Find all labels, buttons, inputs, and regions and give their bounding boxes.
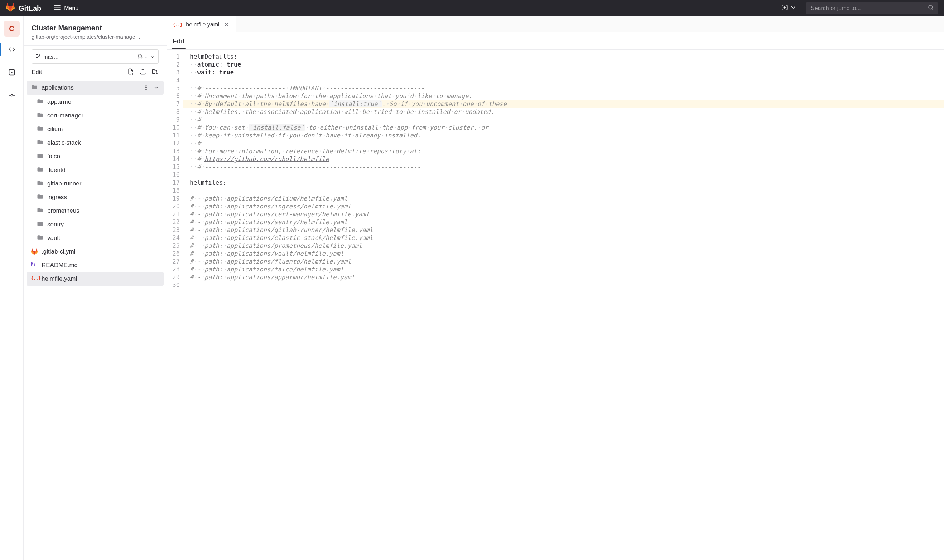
yaml-icon: {..} [31, 275, 38, 283]
code-editor[interactable]: 1234567891011121314151617181920212223242… [167, 49, 944, 560]
search-input[interactable] [810, 5, 924, 12]
tree-folder-ingress[interactable]: ingress [26, 191, 164, 204]
line-number: 3 [167, 68, 180, 76]
tree-item-label: falco [47, 153, 60, 160]
code-line[interactable]: ··#·----------------------·IMPORTANT·---… [183, 84, 944, 92]
folder-icon [37, 234, 44, 243]
tree-item-label: sentry [47, 221, 64, 228]
mode-edit-label: Edit [172, 38, 185, 45]
upload-file-icon[interactable] [139, 68, 146, 77]
folder-icon [37, 125, 44, 134]
line-number: 28 [167, 265, 180, 273]
svg-point-10 [141, 57, 142, 58]
sidebar-edit-heading-row: Edit [24, 66, 166, 80]
global-search[interactable] [806, 2, 938, 14]
plus-box-icon [781, 4, 788, 12]
folder-icon [31, 83, 38, 92]
tree-folder-elastic-stack[interactable]: elastic-stack [26, 136, 164, 150]
code-line[interactable] [183, 281, 944, 289]
line-number: 13 [167, 147, 180, 155]
tree-item-label: helmfile.yaml [42, 275, 77, 283]
line-number: 23 [167, 226, 180, 234]
tree-item-label: ingress [47, 194, 67, 201]
rail-edit-icon[interactable] [3, 42, 20, 57]
code-line[interactable]: ··#·By·default·all·the·helmfiles·have·`i… [183, 100, 944, 108]
folder-icon [37, 220, 44, 229]
code-line[interactable]: #·-·path:·applications/vault/helmfile.ya… [183, 249, 944, 257]
svg-point-7 [39, 54, 40, 55]
top-nav: GitLab Menu [0, 0, 944, 17]
code-line[interactable]: ··# [183, 115, 944, 123]
new-directory-icon[interactable] [151, 68, 158, 77]
code-line[interactable]: ··#·You·can·set·`install:false`·to·eithe… [183, 123, 944, 131]
line-number-gutter: 1234567891011121314151617181920212223242… [167, 50, 183, 560]
tree-item-label: README.md [42, 262, 78, 269]
tree-folder-gitlab-runner[interactable]: gitlab-runner [26, 177, 164, 191]
new-file-icon[interactable] [127, 68, 134, 77]
code-line[interactable]: ··# [183, 139, 944, 147]
code-line[interactable]: ··wait: true [183, 68, 944, 76]
tree-file-README-md[interactable]: M↓ README.md [26, 258, 164, 272]
code-line[interactable]: ··#·keep·it·uninstalled·if·you·don't·hav… [183, 131, 944, 139]
code-line[interactable]: #·-·path:·applications/elastic-stack/hel… [183, 234, 944, 242]
brand[interactable]: GitLab [6, 3, 41, 14]
menu-button[interactable]: Menu [50, 2, 82, 15]
code-line[interactable]: helmDefaults: [183, 52, 944, 60]
code-line[interactable]: #·-·path:·applications/apparmor/helmfile… [183, 273, 944, 281]
folder-icon [37, 206, 44, 215]
code-line[interactable]: ··#·For·more·information,·reference·the·… [183, 147, 944, 155]
tree-folder-falco[interactable]: falco [26, 150, 164, 163]
folder-icon [37, 166, 44, 175]
tree-item-label: fluentd [47, 166, 66, 174]
search-icon [927, 4, 934, 12]
tree-folder-cilium[interactable]: cilium [26, 123, 164, 136]
code-line[interactable]: ··#·https://github.com/roboll/helmfile [183, 155, 944, 163]
line-number: 9 [167, 115, 180, 123]
editor-mode-strip: Edit [167, 32, 944, 49]
code-line[interactable]: #·-·path:·applications/gitlab-runner/hel… [183, 226, 944, 234]
code-line[interactable]: ··#·helmfiles,·the·associated·applicatio… [183, 108, 944, 115]
line-number: 17 [167, 178, 180, 186]
tree-folder-prometheus[interactable]: prometheus [26, 204, 164, 218]
code-line[interactable]: helmfiles: [183, 178, 944, 186]
code-line[interactable] [183, 186, 944, 194]
svg-point-13 [146, 89, 146, 90]
code-line[interactable]: #·-·path:·applications/falco/helmfile.ya… [183, 265, 944, 273]
rail-commit-icon[interactable] [3, 88, 20, 103]
code-line[interactable]: #·-·path:·applications/cert-manager/helm… [183, 210, 944, 218]
chevron-down-icon[interactable] [153, 85, 159, 91]
branch-select[interactable]: mas… - [32, 49, 158, 64]
line-number: 16 [167, 171, 180, 178]
code-line[interactable]: #·-·path:·applications/ingress/helmfile.… [183, 202, 944, 210]
tree-folder-cert-manager[interactable]: cert-manager [26, 109, 164, 123]
tree-folder-vault[interactable]: vault [26, 231, 164, 245]
code-line[interactable] [183, 76, 944, 84]
tree-file-helmfile-yaml[interactable]: {..} helmfile.yaml [26, 272, 164, 286]
brand-label: GitLab [18, 4, 41, 12]
editor-tab-helmfile[interactable]: {..} helmfile.yaml ✕ [167, 17, 236, 32]
tree-folder-fluentd[interactable]: fluentd [26, 163, 164, 177]
svg-point-4 [11, 94, 12, 96]
rail-review-icon[interactable] [3, 65, 20, 80]
project-avatar[interactable]: C [4, 21, 20, 37]
tree-item-actions-icon[interactable] [143, 85, 149, 91]
branch-label: mas… [43, 54, 59, 60]
mode-edit-tab[interactable]: Edit [172, 38, 186, 49]
line-number: 20 [167, 202, 180, 210]
line-number: 15 [167, 163, 180, 171]
code-line[interactable]: #·-·path:·applications/prometheus/helmfi… [183, 242, 944, 249]
code-line[interactable]: #·-·path:·applications/sentry/helmfile.y… [183, 218, 944, 226]
tree-folder-sentry[interactable]: sentry [26, 218, 164, 231]
code-line[interactable]: ··atomic: true [183, 60, 944, 68]
code-lines[interactable]: helmDefaults:··atomic: true··wait: true … [183, 50, 944, 560]
code-line[interactable]: #·-·path:·applications/cilium/helmfile.y… [183, 194, 944, 202]
code-line[interactable] [183, 171, 944, 178]
code-line[interactable]: ··#·Uncomment·the·paths·below·for·the·ap… [183, 92, 944, 100]
code-line[interactable]: ··#·------------------------------------… [183, 163, 944, 171]
tree-folder-apparmor[interactable]: apparmor [26, 95, 164, 109]
tree-file--gitlab-ci-yml[interactable]: .gitlab-ci.yml [26, 245, 164, 258]
code-line[interactable]: #·-·path:·applications/fluentd/helmfile.… [183, 257, 944, 265]
new-dropdown[interactable] [778, 2, 799, 14]
tree-folder-applications[interactable]: applications [26, 81, 164, 94]
close-tab-icon[interactable]: ✕ [223, 21, 230, 29]
